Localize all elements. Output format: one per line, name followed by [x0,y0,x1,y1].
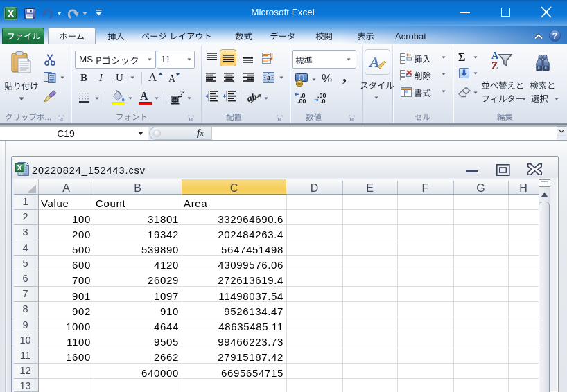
svg-text:A: A [368,53,380,71]
svg-text:.00: .00 [297,98,306,104]
svg-text:a: a [267,73,270,81]
svg-text:.0: .0 [320,98,326,104]
